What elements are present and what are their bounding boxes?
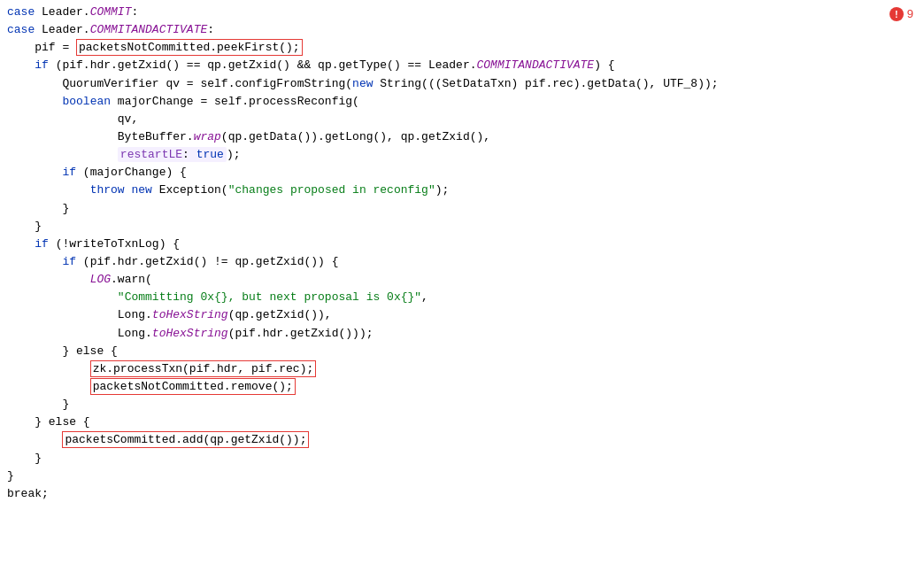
code-line-3: pif = packetsNotCommitted.peekFirst(); (0, 39, 924, 57)
error-badge: ! 9 (889, 5, 913, 23)
restartLE-highlight: restartLE: true (118, 147, 227, 162)
code-line-27: } (0, 468, 924, 485)
highlight-box-peek: packetsNotCommitted.peekFirst(); (76, 39, 303, 56)
error-icon: ! (889, 7, 904, 21)
code-line-14: if (!writeToTxnLog) { (0, 236, 924, 253)
code-line-16: LOG.warn( (0, 271, 924, 289)
code-line-26: } (0, 450, 924, 468)
code-line-22: packetsNotCommitted.remove(); (0, 378, 924, 396)
code-line-1: case Leader.COMMIT: (0, 4, 924, 21)
code-line-20: } else { (0, 343, 924, 360)
code-line-7: qv, (0, 111, 924, 128)
code-line-23: } (0, 396, 924, 414)
code-line-12: } (0, 200, 924, 218)
code-line-28: break; (0, 485, 924, 503)
code-line-19: Long.toHexString(pif.hdr.getZxid())); (0, 325, 924, 343)
code-editor: ! 9 case Leader.COMMIT: case Leader.COMM… (0, 0, 924, 572)
code-line-4: if (pif.hdr.getZxid() == qp.getZxid() &&… (0, 57, 924, 74)
code-line-9: restartLE: true); (0, 146, 924, 164)
code-line-18: Long.toHexString(qp.getZxid()), (0, 306, 924, 324)
code-line-25: packetsCommitted.add(qp.getZxid()); (0, 431, 924, 449)
highlight-box-zk: zk.processTxn(pif.hdr, pif.rec); (90, 360, 317, 377)
highlight-box-committed: packetsCommitted.add(qp.getZxid()); (62, 431, 309, 448)
code-line-13: } (0, 218, 924, 236)
error-count: 9 (907, 5, 913, 23)
code-line-11: throw new Exception("changes proposed in… (0, 182, 924, 199)
code-line-5: QuorumVerifier qv = self.configFromStrin… (0, 75, 924, 93)
code-line-10: if (majorChange) { (0, 164, 924, 182)
code-line-17: "Committing 0x{}, but next proposal is 0… (0, 289, 924, 306)
code-line-2: case Leader.COMMITANDACTIVATE: (0, 21, 924, 39)
code-line-24: } else { (0, 414, 924, 431)
code-line-8: ByteBuffer.wrap(qp.getData()).getLong(),… (0, 128, 924, 146)
highlight-block-zk: zk.processTxn(pif.hdr, pif.rec); packets… (0, 360, 924, 396)
code-line-6: boolean majorChange = self.processReconf… (0, 93, 924, 111)
code-line-21: zk.processTxn(pif.hdr, pif.rec); (0, 360, 924, 378)
code-line-15: if (pif.hdr.getZxid() != qp.getZxid()) { (0, 253, 924, 271)
highlight-box-remove: packetsNotCommitted.remove(); (90, 378, 296, 395)
